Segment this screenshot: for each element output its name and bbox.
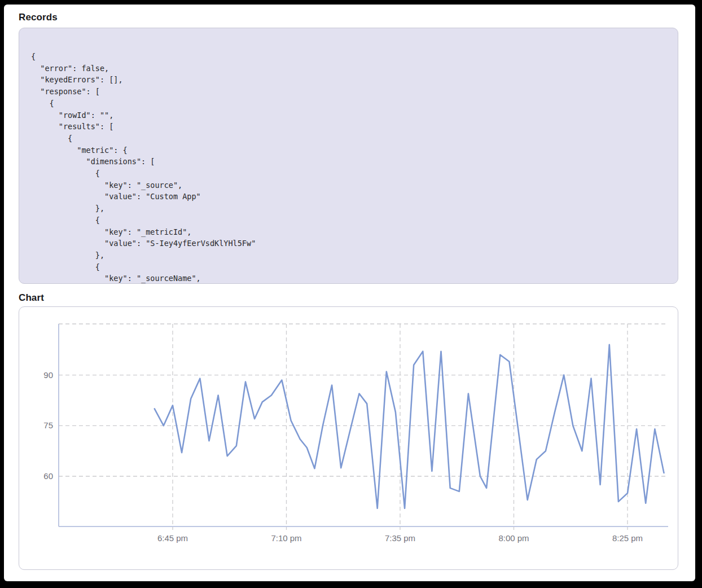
x-tick-label: 8:25 pm <box>612 533 643 543</box>
chart-heading: Chart <box>19 292 44 304</box>
x-tick-label: 8:00 pm <box>498 533 529 543</box>
records-heading: Records <box>19 12 58 23</box>
chart-panel: 6075906:45 pm7:10 pm7:35 pm8:00 pm8:25 p… <box>19 306 678 570</box>
x-tick-label: 7:35 pm <box>385 533 415 543</box>
y-tick-label: 90 <box>43 370 53 380</box>
y-tick-label: 60 <box>43 471 53 481</box>
series-line <box>155 345 664 508</box>
y-tick-label: 75 <box>43 420 53 430</box>
page: Records { "error": false, "keyedErrors":… <box>4 5 695 581</box>
records-json-content: { "error": false, "keyedErrors": [], "re… <box>19 28 678 284</box>
timeseries-chart[interactable]: 6075906:45 pm7:10 pm7:35 pm8:00 pm8:25 p… <box>19 307 678 569</box>
x-tick-label: 6:45 pm <box>157 533 188 543</box>
records-json-panel[interactable]: { "error": false, "keyedErrors": [], "re… <box>19 28 678 284</box>
x-tick-label: 7:10 pm <box>271 533 301 543</box>
